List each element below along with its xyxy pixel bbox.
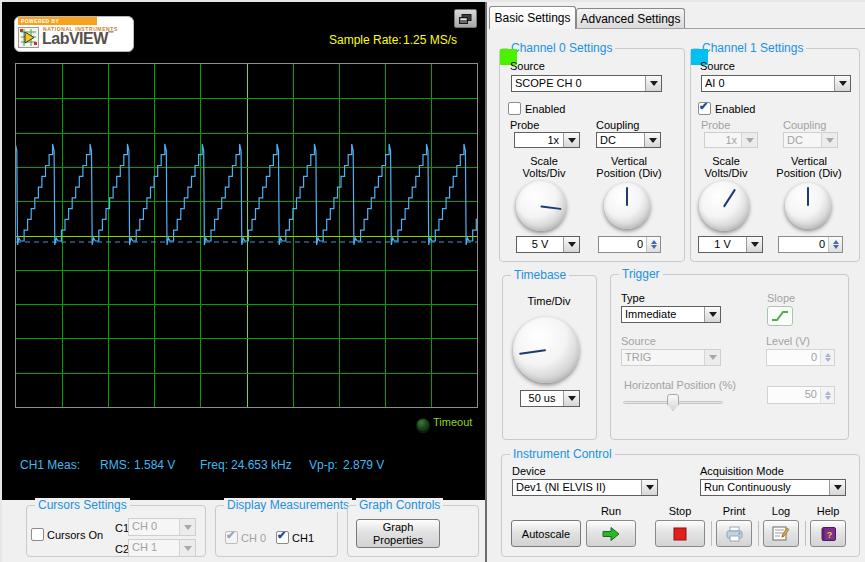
channel1-settings-group: Channel 1 Settings Source AI 0 Enabled P…: [690, 48, 860, 262]
ni-elvis-scope-window: POWERED BY NATIONAL INSTRUMENTS LabVIEW™…: [0, 0, 865, 562]
window-detach-icon: [459, 14, 472, 24]
stop-label: Stop: [655, 505, 705, 517]
labview-wordmark: LabVIEW™: [42, 30, 113, 48]
acquisition-mode-dropdown[interactable]: Run Continuously: [700, 479, 846, 496]
help-label: Help: [810, 505, 846, 517]
freq-value: 24.653 kHz: [231, 458, 292, 472]
scope-display-area: POWERED BY NATIONAL INSTRUMENTS LabVIEW™…: [2, 2, 485, 500]
freq-label: Freq:: [200, 458, 228, 472]
printer-icon: [725, 526, 744, 542]
hpos-value-spinner: 50: [767, 386, 835, 404]
log-document-icon: [772, 525, 790, 542]
ch1-scale-value-dropdown[interactable]: 1 V: [698, 236, 763, 253]
ch1-source-dropdown[interactable]: AI 0: [701, 75, 851, 92]
autoscale-button[interactable]: Autoscale: [511, 520, 581, 547]
ch1-enabled-checkbox[interactable]: [698, 102, 711, 115]
log-button[interactable]: [763, 520, 799, 547]
device-dropdown[interactable]: Dev1 (NI ELVIS II): [512, 479, 658, 496]
display-ch1-label: CH1: [292, 532, 314, 544]
ch0-source-label: Source: [510, 60, 545, 72]
run-button[interactable]: [586, 520, 636, 547]
dropdown-arrow-icon: [644, 133, 660, 147]
vpp-label: Vp-p:: [309, 458, 338, 472]
ch0-scale-knob[interactable]: [516, 181, 566, 231]
ch0-coupling-dropdown[interactable]: DC: [596, 132, 661, 148]
trigger-type-dropdown[interactable]: Immediate: [621, 306, 721, 323]
dropdown-arrow-icon: [746, 237, 762, 252]
help-button[interactable]: ?: [810, 520, 846, 547]
instrument-control-title: Instrument Control: [510, 447, 615, 461]
dropdown-arrow-icon: [179, 540, 195, 556]
dropdown-arrow-icon: [834, 76, 850, 91]
graph-controls-title: Graph Controls: [356, 498, 443, 512]
trigger-group: Trigger Type Immediate Slope Source TRIG…: [610, 274, 849, 440]
graph-controls-group: Graph Controls GraphProperties: [347, 505, 479, 557]
ch0-enabled-checkbox[interactable]: [508, 102, 521, 115]
dropdown-arrow-icon: [704, 350, 720, 365]
dropdown-arrow-icon: [645, 76, 661, 91]
ch1-vpos-spinner[interactable]: 0: [778, 236, 843, 253]
knob-pointer: [723, 188, 736, 206]
display-measurements-group: Display Measurements CH 0 CH1: [215, 505, 338, 557]
print-button[interactable]: [716, 520, 752, 547]
bottom-controls-strip: Cursors Settings Cursors On C1 CH 0 C2 C…: [2, 500, 485, 562]
dropdown-arrow-icon: [829, 480, 845, 495]
trigger-slope-button: [767, 306, 793, 326]
c2-label: C2: [115, 543, 129, 555]
timebase-knob[interactable]: [513, 317, 579, 383]
ch1-coupling-label: Coupling: [783, 119, 826, 131]
settings-panel: Basic Settings Advanced Settings Channel…: [485, 2, 865, 562]
ch0-vpos-spinner[interactable]: 0: [598, 236, 661, 253]
ch1-scale-knob[interactable]: [699, 181, 749, 231]
scope-plot: [16, 64, 477, 407]
tab-advanced-settings[interactable]: Advanced Settings: [576, 8, 685, 29]
ch1-vpos-knob[interactable]: [785, 183, 831, 229]
knob-pointer: [541, 205, 562, 209]
stop-button[interactable]: [655, 520, 705, 547]
dropdown-arrow-icon: [741, 133, 757, 147]
ch0-scale-value-dropdown[interactable]: 5 V: [516, 236, 580, 253]
ch0-vpos-label: VerticalPosition (Div): [591, 155, 667, 179]
powered-by-banner: POWERED BY: [18, 17, 97, 25]
labview-icon: [18, 27, 39, 48]
knob-pointer: [519, 349, 546, 355]
rms-value: 1.584 V: [134, 458, 175, 472]
hpos-label: Horizontal Position (%): [624, 379, 736, 391]
rms-label: RMS:: [100, 458, 130, 472]
display-ch0-checkbox: [225, 531, 238, 544]
vpp-value: 2.879 V: [343, 458, 384, 472]
timediv-label: Time/Div: [511, 295, 587, 307]
cursors-on-checkbox[interactable]: [31, 528, 44, 541]
timebase-value-dropdown[interactable]: 50 us: [520, 390, 580, 407]
trigger-level-spinner: 0: [766, 349, 835, 366]
dropdown-arrow-icon: [704, 307, 720, 322]
cursors-settings-title: Cursors Settings: [35, 498, 130, 512]
ch0-probe-dropdown[interactable]: 1x: [514, 132, 580, 148]
spinner-arrows-icon: [820, 350, 834, 365]
trigger-slope-label: Slope: [767, 292, 795, 304]
display-ch1-checkbox[interactable]: [276, 531, 289, 544]
dropdown-arrow-icon: [563, 391, 579, 406]
button-separator: [758, 521, 759, 546]
detach-window-button[interactable]: [454, 9, 477, 28]
run-arrow-icon: [601, 526, 621, 542]
ch0-source-dropdown[interactable]: SCOPE CH 0: [511, 75, 662, 92]
ch0-scale-label: ScaleVolts/Div: [506, 155, 582, 179]
device-label: Device: [512, 465, 546, 477]
sample-rate-value: 1.25 MS/s: [403, 33, 457, 47]
ch1-probe-label: Probe: [701, 119, 730, 131]
dropdown-arrow-icon: [563, 237, 579, 252]
ch0-vpos-knob[interactable]: [604, 183, 650, 229]
labview-logo: POWERED BY NATIONAL INSTRUMENTS LabVIEW™: [14, 16, 134, 52]
channel0-settings-group: Channel 0 Settings Source SCOPE CH 0 Ena…: [499, 48, 685, 262]
graph-properties-button[interactable]: GraphProperties: [356, 519, 440, 548]
ch1-probe-dropdown: 1x: [704, 132, 758, 148]
display-measurements-title: Display Measurements: [224, 498, 352, 512]
dropdown-arrow-icon: [179, 519, 195, 535]
stop-square-icon: [673, 527, 687, 541]
c1-label: C1: [115, 522, 129, 534]
acquisition-mode-label: Acquisition Mode: [700, 465, 784, 477]
ch0-enabled-label: Enabled: [525, 103, 565, 115]
tab-basic-settings[interactable]: Basic Settings: [489, 6, 576, 29]
ch1-vpos-label: VerticalPosition (Div): [773, 155, 845, 179]
